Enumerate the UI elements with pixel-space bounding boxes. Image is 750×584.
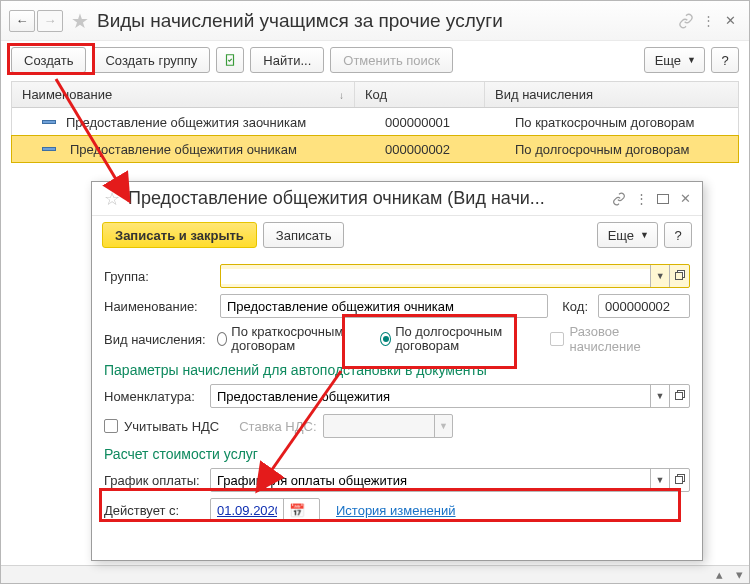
open-ref-icon: [675, 476, 683, 484]
close-button[interactable]: ✕: [719, 10, 741, 32]
scroll-down-icon[interactable]: ▾: [729, 566, 749, 583]
kebab-menu-icon[interactable]: ⋮: [697, 10, 719, 32]
table-row-selected[interactable]: Предоставление общежития очникам 0000000…: [11, 135, 739, 163]
group-input-wrap: ▼: [220, 264, 690, 288]
cell-code: 000000002: [385, 142, 450, 157]
col-header-name[interactable]: Наименование↓: [12, 82, 355, 107]
dropdown-button: ▼: [434, 415, 451, 437]
nomenclature-input-wrap: ▼: [210, 384, 690, 408]
save-button[interactable]: Записать: [263, 222, 345, 248]
vat-checkbox-label: Учитывать НДС: [124, 419, 219, 434]
history-link[interactable]: История изменений: [336, 503, 456, 518]
more-menu[interactable]: Еще▼: [597, 222, 658, 248]
open-ref-button[interactable]: [669, 385, 689, 407]
type-label: Вид начисления:: [104, 332, 211, 347]
cell-type: По краткосрочным договорам: [515, 115, 694, 130]
vat-rate-input: [324, 419, 435, 434]
favorite-star-icon[interactable]: ☆: [104, 188, 120, 210]
find-button[interactable]: Найти...: [250, 47, 324, 73]
cell-code: 000000001: [385, 115, 450, 130]
dialog-title: Предоставление общежития очникам (Вид на…: [128, 188, 608, 209]
radio-short-label: По краткосрочным договорам: [231, 325, 360, 353]
col-header-name-label: Наименование: [22, 87, 112, 102]
onetime-label: Разовое начисление: [570, 324, 690, 354]
onetime-checkbox: Разовое начисление: [550, 324, 690, 354]
code-label: Код:: [554, 299, 592, 314]
radio-long-label: По долгосрочным договорам: [395, 325, 524, 353]
pay-schedule-input[interactable]: [211, 473, 650, 488]
create-group-button[interactable]: Создать группу: [92, 47, 210, 73]
name-label: Наименование:: [104, 299, 214, 314]
create-button[interactable]: Создать: [11, 47, 86, 73]
name-input-wrap: [220, 294, 548, 318]
checkbox-empty-icon: [550, 332, 564, 346]
page-title: Виды начислений учащимся за прочие услуг…: [97, 10, 675, 32]
effective-date-input-wrap: 📅: [210, 498, 320, 522]
code-value: 000000002: [598, 294, 690, 318]
nav-back-button[interactable]: ←: [9, 10, 35, 32]
pay-schedule-label: График оплаты:: [104, 473, 204, 488]
col-header-code[interactable]: Код: [355, 82, 485, 107]
cancel-search-button[interactable]: Отменить поиск: [330, 47, 453, 73]
save-close-button[interactable]: Записать и закрыть: [102, 222, 257, 248]
help-button[interactable]: ?: [664, 222, 692, 248]
more-menu[interactable]: Еще▼: [644, 47, 705, 73]
open-ref-button[interactable]: [669, 265, 689, 287]
checkbox-empty-icon: [104, 419, 118, 433]
link-icon[interactable]: [675, 10, 697, 32]
col-header-type[interactable]: Вид начисления: [485, 82, 738, 107]
type-radio-long[interactable]: По долгосрочным договорам: [380, 325, 524, 353]
link-icon[interactable]: [608, 188, 630, 210]
name-input[interactable]: [221, 299, 547, 314]
sort-indicator-icon: ↓: [339, 90, 344, 101]
item-icon: [42, 120, 56, 124]
data-grid: Наименование↓ Код Вид начисления Предост…: [11, 81, 739, 163]
radio-checked-icon: [380, 332, 391, 346]
cell-name: Предоставление общежития очникам: [66, 142, 297, 157]
nomenclature-label: Номенклатура:: [104, 389, 204, 404]
dropdown-button[interactable]: ▼: [650, 265, 668, 287]
vat-checkbox[interactable]: Учитывать НДС: [104, 419, 219, 434]
scroll-up-icon[interactable]: ▴: [709, 566, 729, 583]
effective-from-label: Действует с:: [104, 503, 204, 518]
group-input[interactable]: [221, 269, 650, 284]
section-cost-title: Расчет стоимости услуг: [104, 446, 690, 462]
open-ref-icon: [675, 272, 683, 280]
help-button[interactable]: ?: [711, 47, 739, 73]
more-menu-label: Еще: [608, 228, 634, 243]
type-radio-short[interactable]: По краткосрочным договорам: [217, 325, 361, 353]
table-row[interactable]: Предоставление общежития заочникам 00000…: [12, 108, 738, 136]
open-ref-button[interactable]: [669, 469, 689, 491]
cell-type: По долгосрочным договорам: [515, 142, 689, 157]
edit-dialog: ☆ Предоставление общежития очникам (Вид …: [91, 181, 703, 561]
calendar-icon[interactable]: 📅: [283, 499, 309, 521]
kebab-menu-icon[interactable]: ⋮: [630, 188, 652, 210]
cell-name: Предоставление общежития заочникам: [66, 115, 306, 130]
section-params-title: Параметры начислений для автоподстановки…: [104, 362, 690, 378]
favorite-star-icon[interactable]: ★: [71, 9, 89, 33]
nomenclature-input[interactable]: [211, 389, 650, 404]
open-ref-icon: [675, 392, 683, 400]
dropdown-button[interactable]: ▼: [650, 385, 668, 407]
group-label: Группа:: [104, 269, 214, 284]
maximize-button[interactable]: [652, 188, 674, 210]
pay-schedule-input-wrap: ▼: [210, 468, 690, 492]
nav-forward-button[interactable]: →: [37, 10, 63, 32]
dropdown-button[interactable]: ▼: [650, 469, 668, 491]
status-bar: ▴ ▾: [1, 565, 749, 583]
close-button[interactable]: ✕: [674, 188, 696, 210]
item-icon: [42, 147, 56, 151]
vat-rate-input-wrap: ▼: [323, 414, 453, 438]
radio-unchecked-icon: [217, 332, 228, 346]
vat-rate-label: Ставка НДС:: [239, 419, 316, 434]
more-menu-label: Еще: [655, 53, 681, 68]
effective-date-input[interactable]: [211, 503, 283, 518]
refresh-button[interactable]: [216, 47, 244, 73]
